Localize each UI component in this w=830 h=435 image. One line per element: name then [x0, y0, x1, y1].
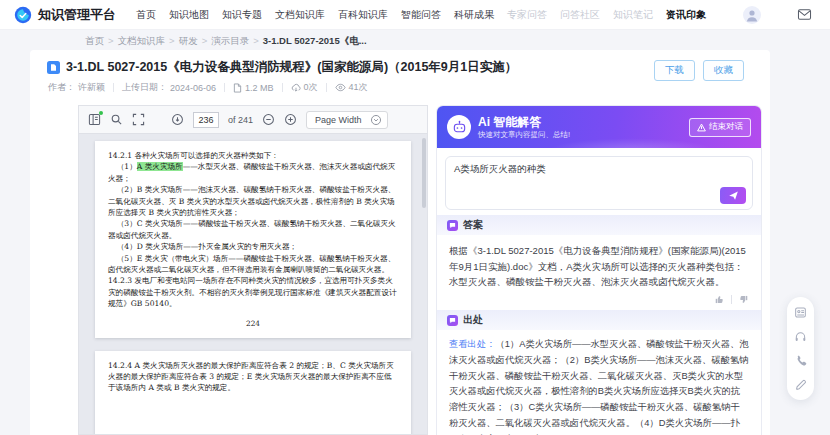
meta-divider: [282, 83, 283, 92]
doc-download-count: 0次: [291, 81, 318, 94]
zoom-mode-select[interactable]: Page Width: [306, 111, 388, 129]
headset-icon[interactable]: [794, 330, 807, 343]
doc-title-row: 3-1.DL 5027-2015《电力设备典型消防规程》(国家能源局)（2015…: [47, 59, 517, 76]
page-nav-icon[interactable]: [171, 113, 184, 126]
platform-logo-icon: [14, 6, 32, 24]
meta-divider: [224, 83, 225, 92]
nav-item-news[interactable]: 资讯印象: [666, 8, 706, 22]
nav-item-knowledge-map[interactable]: 知识地图: [169, 8, 209, 22]
viewer-scrollbar[interactable]: [422, 138, 426, 208]
nav-item-smart-qa[interactable]: 智能问答: [401, 8, 441, 22]
crumb-separator: >: [202, 35, 208, 48]
pdf-paragraph: （1）A 类火灾场所——水型灭火器、磷酸铵盐干粉灭火器、泡沫灭火器或卤代烷灭火器…: [108, 161, 398, 184]
favorite-button[interactable]: 收藏: [703, 60, 744, 81]
question-input[interactable]: A类场所灭火器的种类: [445, 156, 753, 210]
ai-answer-panel: Ai 智能解答 快速对文章内容提问、总结! 结束对话 A类场所灭火器的种类: [436, 105, 762, 435]
thumbnails-icon[interactable]: [88, 113, 101, 126]
meta-divider: [113, 83, 114, 92]
doc-meta-row: 作者：许新颖 上传日期：2024-06-06 1.2 MB 0次: [48, 81, 368, 94]
mail-icon[interactable]: [797, 8, 812, 21]
send-icon: [728, 190, 739, 201]
question-text: A类场所灭火器的种类: [454, 163, 744, 176]
nav-item-wiki-library[interactable]: 百科知识库: [338, 8, 388, 22]
file-size-icon: [233, 83, 242, 93]
pencil-icon[interactable]: [794, 378, 807, 391]
pdf-pages-area[interactable]: 14.2.1 各种火灾场所可以选择的灭火器种类如下： （1）A 类火灾场所——水…: [79, 134, 427, 435]
user-avatar[interactable]: [743, 6, 761, 24]
source-section-header: 出处: [437, 310, 761, 330]
crumb-home[interactable]: 首页: [85, 35, 104, 48]
crumb-demo-dir[interactable]: 演示目录: [211, 35, 249, 48]
phone-icon[interactable]: [794, 354, 807, 367]
brand[interactable]: 知识管理平台: [14, 6, 116, 24]
nav-item-doc-library[interactable]: 文档知识库: [275, 8, 325, 22]
pdf-paragraph: （4）D 类火灾场所——扑灭金属火灾的专用灭火器；: [108, 241, 398, 252]
expand-icon[interactable]: [132, 113, 145, 126]
zoom-in-icon[interactable]: [284, 113, 297, 126]
nav-item-expert-qa[interactable]: 专家问答: [507, 8, 547, 22]
page-title: 3-1.DL 5027-2015《电力设备典型消防规程》(国家能源局)（2015…: [66, 59, 517, 76]
pdf-page-236: 14.2.1 各种火灾场所可以选择的灭火器种类如下： （1）A 类火灾场所——水…: [95, 141, 411, 338]
end-chat-button[interactable]: 结束对话: [689, 118, 751, 137]
nav-item-home[interactable]: 首页: [136, 8, 156, 22]
ai-panel-header: Ai 智能解答 快速对文章内容提问、总结! 结束对话: [437, 106, 761, 148]
source-item-1: 查看出处：（1）A类火灾场所——水型灭火器、磷酸铵盐干粉灭火器、泡沫灭火器或卤代…: [449, 337, 749, 435]
page-total-label: of 241: [228, 115, 253, 125]
crumb-separator: >: [108, 35, 114, 48]
search-icon[interactable]: [110, 113, 123, 126]
answer-feedback: [437, 292, 761, 310]
thumb-up-icon[interactable]: [714, 294, 725, 305]
doc-author: 作者：许新颖: [48, 81, 105, 94]
answer-badge-icon: [447, 220, 458, 231]
ai-robot-icon: [447, 115, 471, 139]
crumb-separator: >: [169, 35, 175, 48]
nav-item-qa-community[interactable]: 问答社区: [560, 8, 600, 22]
chevron-down-icon: [370, 114, 382, 126]
answer-section-title: 答案: [463, 218, 483, 232]
pdf-paragraph: 14.2.3 发电厂和变电站同一场所存在不同种类火灾的情况较多，宜选用可扑灭多类…: [108, 275, 398, 309]
crumb-rd[interactable]: 研发: [179, 35, 198, 48]
zoom-mode-value: Page Width: [315, 115, 362, 125]
download-button[interactable]: 下载: [654, 60, 695, 81]
crumb-separator: >: [253, 35, 259, 48]
thumb-down-icon[interactable]: [738, 294, 749, 305]
nav-right: [743, 6, 816, 24]
pdf-viewer: of 241 Page Width: [78, 105, 428, 435]
page-number-input[interactable]: [193, 112, 219, 128]
nav-item-knowledge-topic[interactable]: 知识专题: [222, 8, 262, 22]
top-navbar: 知识管理平台 首页 知识地图 知识专题 文档知识库 百科知识库 智能问答 科研成…: [0, 0, 830, 30]
document-detail-card: 3-1.DL 5027-2015《电力设备典型消防规程》(国家能源局)（2015…: [30, 50, 770, 435]
notification-dot: [99, 111, 103, 115]
pdf-paragraph: （2）B 类火灾场所——泡沫灭火器、碳酸氢钠干粉灭火器、磷酸铵盐干粉灭火器、二氧…: [108, 184, 398, 218]
answer-text: 根据《3-1.DL 5027-2015《电力设备典型消防规程》(国家能源局)(2…: [437, 235, 761, 292]
source-body: 查看出处：（1）A类火灾场所——水型灭火器、磷酸铵盐干粉灭火器、泡沫灭火器或卤代…: [437, 330, 761, 435]
pdf-page-number: 224: [108, 318, 398, 329]
doc-actions: 下载 收藏: [654, 60, 744, 81]
crumb-current: 3-1.DL 5027-2015《电...: [263, 35, 367, 48]
ai-panel-titles: Ai 智能解答 快速对文章内容提问、总结!: [478, 115, 570, 139]
doc-view-count: 41次: [335, 81, 368, 94]
feedback-divider: [731, 295, 732, 304]
view-source-link-1[interactable]: 查看出处：: [449, 339, 495, 349]
floating-toolbar: [787, 297, 814, 400]
ai-panel-subtitle: 快速对文章内容提问、总结!: [478, 130, 570, 139]
breadcrumb: 首页 > 文档知识库 > 研发 > 演示目录 > 3-1.DL 5027-201…: [85, 35, 367, 48]
ai-panel-title: Ai 智能解答: [478, 115, 570, 130]
document-icon: [47, 61, 60, 74]
nav-item-notes[interactable]: 知识笔记: [613, 8, 653, 22]
nav-item-research[interactable]: 科研成果: [454, 8, 494, 22]
pdf-paragraph: 14.2.4 A 类火灾场所灭火器的最大保护距离应符合表 2 的规定；B、C 类…: [108, 360, 398, 394]
send-button[interactable]: [720, 187, 746, 204]
contact-icon[interactable]: [794, 306, 807, 319]
crumb-doc-library[interactable]: 文档知识库: [118, 35, 166, 48]
pdf-page-237: 14.2.4 A 类火灾场所灭火器的最大保护距离应符合表 2 的规定；B、C 类…: [95, 351, 411, 435]
pdf-paragraph: （3）C 类火灾场所——磷酸铵盐干粉灭火器、碳酸氢钠干粉灭火器、二氧化碳灭火器或…: [108, 218, 398, 241]
source-section-title: 出处: [463, 313, 483, 327]
meta-divider: [326, 83, 327, 92]
search-highlight: A 类火灾场所: [137, 162, 183, 171]
pdf-paragraph: 14.2.1 各种火灾场所可以选择的灭火器种类如下：: [108, 150, 398, 161]
zoom-out-icon[interactable]: [262, 113, 275, 126]
end-chat-icon: [697, 123, 706, 132]
doc-file-size: 1.2 MB: [233, 83, 274, 93]
source-badge-icon: [447, 315, 458, 326]
